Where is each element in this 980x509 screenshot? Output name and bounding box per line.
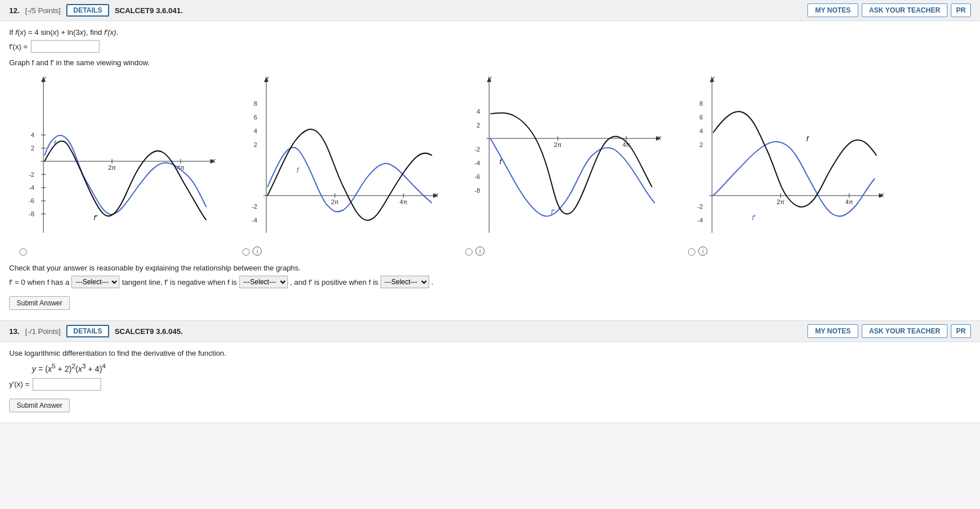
question-12-header: 12. [-/5 Points] DETAILS SCALCET9 3.6.04… [0, 0, 980, 21]
problem-text-12: If f(x) = 4 sin(x) + ln(3x), find f′(x). [9, 28, 971, 37]
submit-button-12[interactable]: Submit Answer [9, 296, 70, 310]
graph-radio-3[interactable] [465, 248, 473, 256]
blue-curve-3 [490, 138, 655, 216]
submit-row-12: Submit Answer [9, 296, 971, 310]
label-ym8-1: -8 [29, 210, 34, 217]
submit-row-13: Submit Answer [9, 399, 971, 412]
label-ym6-3: -6 [474, 173, 480, 180]
label-y8-4: 8 [699, 100, 703, 107]
answer-row-13: y′(x) = [9, 378, 971, 391]
question-13: 13. [-/1 Points] DETAILS SCALCET9 3.6.04… [0, 321, 980, 423]
label-y8-2: 8 [254, 100, 257, 107]
graph-info-icon-4[interactable]: i [698, 246, 707, 256]
ask-teacher-button-12[interactable]: ASK YOUR TEACHER [862, 3, 947, 17]
label-ym2-1: -2 [29, 171, 34, 178]
black-curve-2 [267, 129, 432, 220]
graph-3: y x 4 2 -2 -4 -6 -8 2π [455, 73, 666, 256]
label-y2-3: 2 [477, 122, 480, 129]
label-x4pi-4: 4π [845, 198, 853, 205]
math-x3: x [78, 364, 82, 373]
question-12-ref: SCALCET9 3.6.041. [115, 6, 183, 15]
details-button-13[interactable]: DETAILS [66, 325, 109, 337]
math-fprime: f′(x) [104, 28, 116, 37]
graph-svg-4: y x 8 6 4 2 -2 -4 2π 4 [678, 73, 889, 244]
sentence-part2: tangent line, f′ is negative when f is [122, 278, 237, 287]
label-ym2-4: -2 [697, 203, 703, 210]
my-notes-button-13[interactable]: MY NOTES [807, 324, 858, 338]
label-x2pi-3: 2π [554, 141, 562, 148]
graph-svg-3: y x 4 2 -2 -4 -6 -8 2π [455, 73, 666, 244]
question-13-header-buttons: MY NOTES ASK YOUR TEACHER PR [807, 324, 971, 338]
blue-label-3: f′ [551, 208, 555, 216]
question-12-number: 12. [9, 6, 19, 15]
pr-button-13[interactable]: PR [951, 324, 971, 338]
label-ym4-1: -4 [29, 184, 34, 191]
sentence-part1: f′ = 0 when f has a [9, 278, 69, 287]
label-ym4-3: -4 [474, 160, 480, 166]
answer-input-12[interactable] [31, 40, 99, 53]
sup-4: 4 [102, 362, 106, 369]
graphs-row-12: y x 4 2 -2 -4 [9, 73, 971, 256]
sup-2: 2 [72, 362, 75, 369]
graph-radio-1[interactable] [19, 248, 27, 256]
math-y: y [32, 364, 36, 373]
sentence-part3: , and f′ is positive when f is [290, 278, 378, 287]
label-y6-2: 6 [254, 114, 257, 121]
select-f-positive[interactable]: ---Select--- increasing decreasing [381, 276, 429, 288]
blue-label-2: f [297, 166, 299, 174]
black-label-4: f [806, 134, 809, 143]
label-ym2-3: -2 [474, 146, 480, 153]
label-ym4-4: -4 [697, 217, 703, 224]
label-y4-3: 4 [477, 108, 480, 115]
sup-3: 3 [82, 362, 86, 369]
graph-svg-2: y x 8 6 4 2 -2 -4 2π 4 [232, 73, 443, 244]
blue-label-4: f′ [752, 213, 756, 222]
question-13-points: [-/1 Points] [25, 327, 61, 336]
question-12-header-buttons: MY NOTES ASK YOUR TEACHER PR [807, 3, 971, 17]
label-y6-4: 6 [699, 114, 703, 121]
label-ym2-2: -2 [251, 203, 257, 210]
question-13-number: 13. [9, 327, 19, 336]
label-x2pi-4: 2π [777, 198, 785, 205]
answer-label-13: y′(x) = [9, 380, 29, 388]
label-ym6-1: -6 [29, 197, 34, 204]
details-button-12[interactable]: DETAILS [66, 4, 109, 17]
label-x2pi-1: 2π [108, 164, 116, 171]
question-13-ref: SCALCET9 3.6.045. [115, 327, 183, 336]
answer-input-13[interactable] [33, 378, 101, 391]
graph-radio-4[interactable] [688, 248, 695, 256]
question-12: 12. [-/5 Points] DETAILS SCALCET9 3.6.04… [0, 0, 980, 321]
graph-4: y x 8 6 4 2 -2 -4 2π 4 [678, 73, 889, 256]
question-12-header-left: 12. [-/5 Points] DETAILS SCALCET9 3.6.04… [9, 4, 183, 17]
sentence-part4: . [431, 278, 434, 287]
question-12-body: If f(x) = 4 sin(x) + ln(3x), find f′(x).… [9, 26, 971, 313]
label-y4-4: 4 [699, 128, 703, 134]
question-12-points: [-/5 Points] [25, 6, 61, 15]
question-13-header: 13. [-/1 Points] DETAILS SCALCET9 3.6.04… [0, 321, 980, 342]
label-y4-1: 4 [31, 132, 34, 138]
math-x5: x [48, 364, 52, 373]
my-notes-button-12[interactable]: MY NOTES [807, 3, 858, 17]
math-x2: x [53, 28, 57, 37]
select-tangent-type[interactable]: ---Select--- horizontal vertical local m… [71, 276, 119, 288]
label-y2-1: 2 [31, 145, 34, 152]
answer-label-12: f′(x) = [9, 42, 27, 51]
question-13-body: Use logarithmic differentiation to find … [9, 347, 971, 416]
graph-info-icon-2[interactable]: i [253, 246, 262, 256]
sentence-row-12: f′ = 0 when f has a ---Select--- horizon… [9, 276, 971, 288]
problem-text-13: Use logarithmic differentiation to find … [9, 349, 971, 357]
graph-1: y x 4 2 -2 -4 [9, 73, 221, 256]
graph-radio-2[interactable] [242, 248, 250, 256]
pr-button-12[interactable]: PR [951, 3, 971, 17]
answer-row-12: f′(x) = [9, 40, 971, 53]
graph-2: y x 8 6 4 2 -2 -4 2π 4 [232, 73, 443, 256]
question-13-header-left: 13. [-/1 Points] DETAILS SCALCET9 3.6.04… [9, 325, 183, 337]
black-curve-4 [713, 112, 877, 207]
select-f-negative[interactable]: ---Select--- increasing decreasing [239, 276, 288, 288]
check-text-12: Check that your answer is reasonable by … [9, 264, 971, 272]
submit-button-13[interactable]: Submit Answer [9, 399, 70, 412]
graph-info-icon-3[interactable]: i [475, 246, 485, 256]
black-curve-1 [45, 141, 206, 220]
ask-teacher-button-13[interactable]: ASK YOUR TEACHER [862, 324, 947, 338]
label-x2pi-2: 2π [331, 198, 339, 205]
